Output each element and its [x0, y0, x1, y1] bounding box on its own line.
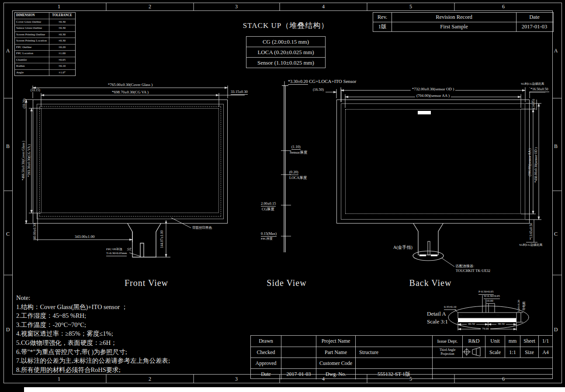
back-dim-left-gap: (16.50)	[313, 88, 324, 92]
detail-a-scale: Scale 3:1	[427, 319, 448, 325]
drawn-label: Drawn	[251, 336, 281, 347]
checked-value	[281, 347, 316, 358]
back-dim-corner-gap: (14.85)	[532, 99, 535, 109]
back-fpc-tail-outline	[413, 224, 444, 261]
back-edge-note-top: SG到CG边缘距离	[521, 83, 544, 86]
detail-dim-320: 3.20±0.30	[517, 300, 521, 312]
back-view-title: Back View	[409, 278, 452, 288]
front-fpc-tail-outline	[128, 224, 161, 257]
side-dim-total: *3.30±0.20 CG+LOCA+ITO Sensor	[288, 79, 356, 84]
side-loca-thickness-label: LOCA厚度	[289, 176, 307, 180]
front-dim-bottom-border: 40.00±0.30	[33, 224, 37, 239]
back-gold-finger-label: A(金手指)	[393, 245, 412, 250]
size-label: Size	[520, 347, 538, 358]
front-fpc-note-line1: FPC+PI补强	[106, 248, 122, 251]
front-dim-left-gap: (33.15)	[30, 89, 41, 92]
note-line: 4.视窗区透过率：≥85%；雾度≤1%;	[16, 329, 170, 338]
side-cg-thickness-label: CG厚度	[262, 207, 274, 211]
scale-label: Scale	[485, 347, 505, 358]
side-dim-total-value: *3.30±0.20	[288, 79, 308, 85]
title-block: Drawn Project Name Issue Dept. R&D Unit …	[250, 335, 553, 379]
note-line: 3.工作温度：-20°C~70°C;	[16, 320, 170, 330]
empty-cell	[432, 358, 552, 368]
back-dim-edge-top: *16.50±0.50	[529, 88, 549, 92]
front-fpc-note-line2: T=0.30±0.05mm	[106, 252, 127, 256]
note-line: 1.结构：Cover Glass(黑色)+ITO sensor ；	[16, 303, 170, 312]
side-view-title: Side View	[267, 278, 306, 288]
notes-title: Note:	[16, 293, 170, 303]
detail-pin-86: 86	[496, 314, 499, 317]
note-line: 5.CG做物理强化，表面硬度：≥6H；	[16, 338, 170, 347]
date-value: 2017-01-03	[281, 368, 316, 379]
note-line: 8.所有使用的材料必须符合RoHS要求;	[16, 365, 170, 375]
side-view-dimension-lines	[281, 81, 341, 236]
side-fpc-thickness-label: FPC厚度	[261, 237, 272, 241]
projection-label: Third Angle Projection	[432, 347, 462, 358]
side-sensor-thickness-value: (1.10)	[291, 145, 301, 150]
back-connector-note-line2: TOUCHKIT TK-UE32	[456, 269, 490, 273]
detail-dim-035: 0.35±0.10	[444, 306, 456, 310]
side-fpc-thickness-value: 0.15(Max)	[261, 232, 277, 237]
front-view-dimension-lines	[25, 86, 245, 257]
back-view-dimension-lines	[341, 87, 545, 267]
detail-dim-7900: 79.00	[481, 327, 490, 331]
back-connector-note-line1: 匹配连接器:	[456, 265, 474, 268]
engineering-drawing-sheet: 1 2 3 4 5 6 1 2 3 4 5 6 A B C D A B C D …	[0, 0, 565, 392]
back-dim-sensor-od-height: *438.00±0.30(sensor OD )	[534, 148, 538, 182]
part-name-value: Structure	[355, 347, 432, 358]
projection-symbol-cell	[462, 347, 485, 358]
sheet-label: Sheet	[520, 336, 538, 347]
detail-pin-80: 80	[459, 314, 462, 317]
detail-pin-1a: 1	[482, 314, 484, 317]
bottom-white-bar	[24, 387, 565, 392]
checked-label: Checked	[251, 347, 281, 358]
back-dim-edge-bottom: *13.65±0.50	[530, 223, 533, 240]
unit-value: mm	[505, 336, 520, 347]
front-dim-va-height: *393.30±0.30(CG VA )	[28, 144, 31, 177]
front-dim-right-gap: 33.15±0.30	[231, 90, 248, 95]
approved-value	[281, 358, 316, 368]
part-name-label: Part Name	[316, 347, 355, 358]
projection-line2: Projection	[441, 352, 454, 356]
front-dim-left-gap-vertical: (33.20)	[23, 99, 26, 108]
unit-label: Unit	[485, 336, 505, 347]
date-label: Date	[251, 368, 281, 379]
front-view-title: Front View	[125, 278, 168, 288]
notes-block: Note: 1.结构：Cover Glass(黑色)+ITO sensor ； …	[16, 293, 170, 374]
front-dim-fpc-length: 144.07±1.00	[160, 230, 164, 248]
front-dim-fpc-x: 343.00±1.00	[73, 235, 96, 239]
project-name-value	[355, 336, 432, 347]
side-dim-total-label: CG+LOCA+ITO Sensor	[309, 79, 356, 84]
back-dim-sensor-aa-height: (396.00)(sensor AA )	[528, 148, 532, 176]
front-dim-va-width: *698.70±0.30(CG VA )	[111, 90, 150, 95]
detail-conductive-label: 导电面	[523, 302, 526, 311]
front-silk-print-note: 背面丝印黑色	[192, 226, 212, 230]
note-line: 6.带"*"为重点管控尺寸,带( )为参照尺寸;	[16, 347, 170, 357]
scale-value: 1:1	[505, 347, 520, 358]
back-edge-note-bottom: SG到CG边缘距离	[519, 244, 543, 247]
detail-dim-4050: 40.50	[467, 323, 476, 326]
back-dim-sensor-aa-width: (704.00)(sensor AA )	[415, 94, 451, 98]
back-dim-sensor-od-width: *732.00±0.30(sensor OD )	[411, 87, 455, 92]
side-view-profile	[282, 86, 288, 252]
detail-dim-3850: 38.50	[496, 323, 506, 326]
hatch-swatch	[127, 248, 131, 251]
dwg-no-label: Dwg. No.	[316, 368, 355, 379]
front-dim-cover-width: *765.00±0.30(Cover Glass )	[107, 83, 154, 87]
dwg-no-value: 555132-ST-1版	[355, 368, 432, 379]
front-dim-cover-height: *466.50±0.30(Cover Glass )	[22, 141, 26, 180]
detail-pin-1b: 1	[513, 314, 514, 317]
detail-dim-width: W-0.30±0.05	[484, 295, 500, 299]
customer-code-label: Customer Code	[316, 358, 355, 368]
detail-dim-ten: 10.00	[486, 299, 493, 304]
customer-code-value	[355, 358, 432, 368]
sheet-value: 1/1	[538, 336, 552, 347]
issue-dept-value: R&D	[462, 336, 485, 347]
detail-a-title: Detail A	[427, 311, 446, 317]
project-name-label: Project Name	[316, 336, 355, 347]
note-line: 2.工作湿度：45~85 %RH;	[16, 311, 170, 320]
issue-dept-label: Issue Dept.	[432, 336, 462, 347]
size-value: A4	[538, 347, 552, 358]
empty-cell	[432, 368, 552, 379]
approved-label: Approved	[251, 358, 281, 368]
